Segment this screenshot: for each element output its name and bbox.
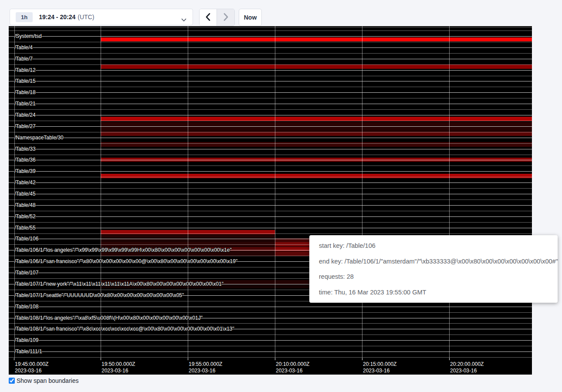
span-boundary-line bbox=[9, 149, 532, 149]
heat-band[interactable] bbox=[101, 142, 532, 147]
axis-tick-label: 19:45:00.000Z2023-03-16 bbox=[15, 361, 48, 374]
grid-line bbox=[449, 26, 450, 358]
key-visualizer-heatmap[interactable]: /System/tsd/Table/4/Table/7/Table/12/Tab… bbox=[9, 26, 532, 375]
row-label: /Table/107/1/"new york"/"\x11\x11\x11\x1… bbox=[14, 281, 223, 287]
heat-band[interactable] bbox=[101, 37, 532, 41]
prev-time-button[interactable] bbox=[200, 9, 217, 26]
time-range-text: 19:24 - 20:24 bbox=[39, 14, 75, 20]
heat-band[interactable] bbox=[101, 122, 532, 126]
axis-tick bbox=[14, 358, 14, 360]
row-label: /Table/12 bbox=[14, 67, 36, 73]
heat-band[interactable] bbox=[101, 127, 532, 131]
time-nav-group bbox=[199, 9, 235, 26]
row-label: /Table/42 bbox=[14, 179, 36, 186]
span-boundary-line bbox=[9, 228, 532, 228]
row-label: /Table/33 bbox=[14, 146, 36, 152]
span-boundary-line bbox=[9, 155, 532, 155]
tooltip-end-key: end key: /Table/106/1/"amsterdam"/"\xb33… bbox=[319, 258, 548, 265]
span-boundary-line bbox=[9, 27, 532, 27]
now-button[interactable]: Now bbox=[239, 9, 262, 26]
span-boundary-line bbox=[9, 126, 532, 127]
row-label: /Table/15 bbox=[14, 78, 36, 84]
row-label: /NamespaceTable/30 bbox=[14, 135, 64, 141]
row-label: /Table/106/1/"san francisco"/"\x80\x00\x… bbox=[14, 258, 237, 264]
span-boundary-line bbox=[9, 121, 532, 121]
span-boundary-line bbox=[9, 177, 532, 177]
row-label: /Table/45 bbox=[14, 191, 36, 197]
axis-tick bbox=[449, 358, 450, 360]
span-boundary-line bbox=[9, 312, 532, 313]
heat-band[interactable] bbox=[101, 64, 532, 69]
grid-line bbox=[101, 26, 101, 358]
axis-tick-label: 20:20:00.000Z2023-03-16 bbox=[450, 361, 484, 374]
time-range-timezone: (UTC) bbox=[78, 14, 94, 20]
span-boundary-line bbox=[9, 70, 532, 71]
tooltip-time: time: Thu, 16 Mar 2023 19:55:00 GMT bbox=[319, 289, 548, 296]
span-boundary-line bbox=[9, 160, 532, 160]
show-span-boundaries-checkbox[interactable]: Show span boundaries bbox=[9, 377, 78, 384]
row-label: /Table/108 bbox=[14, 304, 38, 310]
axis-tick bbox=[362, 358, 362, 360]
span-boundary-line bbox=[9, 109, 532, 110]
row-label: /Table/111/1 bbox=[14, 348, 42, 355]
span-boundary-line bbox=[9, 30, 532, 31]
checkbox-label: Show span boundaries bbox=[17, 377, 78, 384]
row-label: /Table/4 bbox=[14, 44, 33, 51]
span-boundary-line bbox=[9, 143, 532, 144]
span-boundary-line bbox=[9, 351, 532, 352]
span-boundary-line bbox=[9, 340, 532, 341]
row-label: /Table/52 bbox=[14, 213, 36, 220]
span-boundary-line bbox=[9, 76, 532, 76]
row-label: /Table/106/1/"los angeles"/"\x99\x99\x99… bbox=[14, 247, 232, 253]
row-label: /Table/21 bbox=[14, 101, 36, 107]
row-label: /Table/39 bbox=[14, 168, 36, 174]
span-boundary-line bbox=[9, 216, 532, 217]
axis-tick bbox=[188, 358, 188, 360]
next-time-button[interactable] bbox=[217, 9, 234, 26]
chevron-down-icon bbox=[181, 16, 186, 24]
tooltip-start-key: start key: /Table/106 bbox=[319, 242, 548, 249]
span-boundary-line bbox=[9, 211, 532, 211]
span-boundary-line bbox=[9, 81, 532, 81]
checkbox-input[interactable] bbox=[9, 378, 15, 384]
span-boundary-line bbox=[9, 171, 532, 172]
row-label: /Table/108/1/"san francisco"/"\x8c\xcc\x… bbox=[14, 326, 234, 332]
span-boundary-line bbox=[9, 92, 532, 93]
axis-tick-label: 20:10:00.000Z2023-03-16 bbox=[276, 361, 309, 374]
row-label: /Table/27 bbox=[14, 123, 36, 129]
range-duration-badge: 1h bbox=[16, 12, 33, 22]
row-label: /Table/48 bbox=[14, 202, 36, 208]
span-boundary-line bbox=[9, 87, 532, 87]
chevron-left-icon bbox=[206, 13, 210, 22]
span-boundary-line bbox=[9, 233, 532, 234]
span-boundary-line bbox=[9, 132, 532, 132]
heat-band[interactable] bbox=[101, 174, 532, 178]
span-boundary-line bbox=[9, 166, 532, 166]
row-label: /Table/107/1/"seattle"/"UUUUUUD\x00\x80\… bbox=[14, 292, 184, 298]
span-boundary-line bbox=[9, 199, 532, 200]
span-boundary-line bbox=[9, 53, 532, 54]
span-boundary-line bbox=[9, 47, 532, 48]
span-boundary-line bbox=[9, 98, 532, 98]
grid-line bbox=[188, 26, 188, 358]
row-label: /Table/108/1/"los angeles"/"\xa8\xf5\u00… bbox=[14, 315, 203, 321]
span-boundary-line bbox=[9, 307, 532, 307]
row-label: /Table/55 bbox=[14, 225, 36, 231]
tooltip-requests: requests: 28 bbox=[319, 273, 548, 280]
grid-line bbox=[362, 26, 362, 358]
row-label: /Table/7 bbox=[14, 56, 33, 62]
span-boundary-line bbox=[9, 115, 532, 115]
span-boundary-line bbox=[9, 205, 532, 206]
axis-tick-label: 19:50:00.000Z2023-03-16 bbox=[102, 361, 135, 374]
span-boundary-line bbox=[9, 64, 532, 65]
axis-tick-label: 20:15:00.000Z2023-03-16 bbox=[363, 361, 396, 374]
axis-tick-label: 19:55:00.000Z2023-03-16 bbox=[189, 361, 222, 374]
row-label: /Table/109 bbox=[14, 337, 38, 343]
row-label: /System/tsd bbox=[14, 33, 42, 39]
toolbar: 1h 19:24 - 20:24 (UTC) Now bbox=[0, 0, 562, 26]
span-boundary-line bbox=[9, 194, 532, 194]
time-range-selector[interactable]: 1h 19:24 - 20:24 (UTC) bbox=[10, 9, 193, 25]
span-boundary-line bbox=[9, 182, 532, 183]
axis-tick bbox=[275, 358, 275, 360]
span-tooltip: start key: /Table/106 end key: /Table/10… bbox=[309, 235, 558, 303]
